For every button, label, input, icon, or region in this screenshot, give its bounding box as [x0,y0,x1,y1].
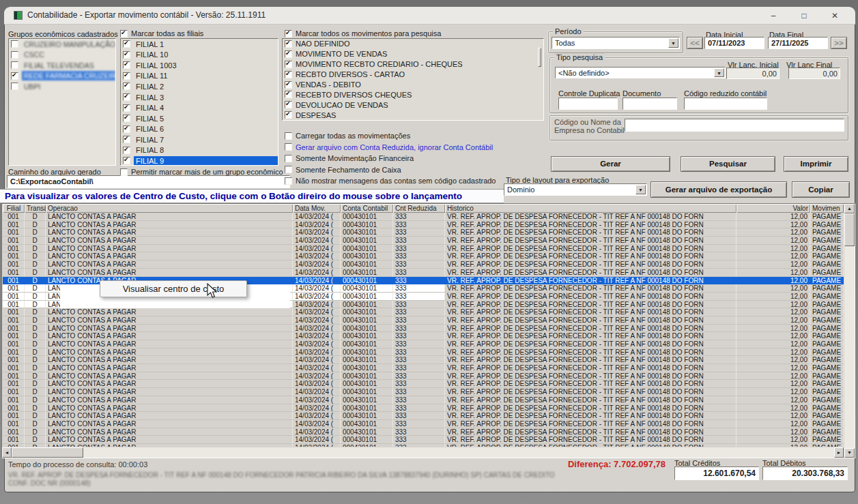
table-cell[interactable]: 14/03/2024 ( [293,412,341,420]
table-cell[interactable]: 333 [393,412,445,420]
table-cell[interactable]: 12,00 [737,412,810,420]
movimento-list-item[interactable]: VENDAS - DEBITO [283,80,543,90]
table-cell[interactable]: 12,00 [737,325,810,333]
table-cell[interactable]: 001 [3,420,25,428]
table-cell[interactable]: 12,00 [737,277,810,285]
table-row[interactable]: 001DLANCTO CONTAS A PAGAR14/03/2024 (000… [2,349,844,357]
table-row[interactable]: 001DLANCTO CONTAS A PAGAR14/03/2024 (000… [2,372,844,381]
filial-list-item[interactable]: FILIAL 8 [121,145,278,155]
table-cell[interactable]: 333 [393,277,445,285]
table-cell[interactable]: D [25,316,46,325]
option-checkbox[interactable] [285,143,292,151]
table-cell[interactable]: VR. REF. APROP. DE DESPESA FORNECEDOR - … [445,444,737,447]
table-cell[interactable]: 14/03/2024 ( [293,261,341,269]
table-cell[interactable]: LANCTO CONTAS A PAGAR [46,380,293,388]
table-cell[interactable]: VR. REF. APROP. DE DESPESA FORNECEDOR - … [445,237,737,245]
group-item-checkbox[interactable] [11,40,18,48]
table-row[interactable]: 001DLANCTO CONTAS A PAGAR14/03/2024 (000… [2,237,844,245]
table-row[interactable]: 001DLANCTO CONTAS A PAGAR14/03/2024 (000… [2,356,844,364]
table-cell[interactable]: 333 [393,356,445,364]
table-cell[interactable]: 333 [393,364,445,372]
table-cell[interactable]: VR. REF. APROP. DE DESPESA FORNECEDOR - … [445,388,737,396]
table-cell[interactable]: 12,00 [737,340,810,349]
group-list-item[interactable]: UBPI [9,81,115,92]
table-cell[interactable]: 14/03/2024 ( [293,277,341,285]
group-item-checkbox[interactable] [11,72,18,80]
periodo-select[interactable]: Todas ▼ [552,37,680,49]
table-header-cell[interactable]: Filial [3,204,25,213]
table-cell[interactable]: 333 [393,261,445,269]
table-cell[interactable]: 12,00 [737,436,810,444]
table-cell[interactable]: 14/03/2024 ( [293,380,341,388]
filiais-master-checkbox[interactable] [120,30,128,38]
table-cell[interactable]: 14/03/2024 ( [293,340,341,349]
table-cell[interactable]: D [25,388,46,396]
table-cell[interactable]: 333 [393,301,445,309]
movimento-item-checkbox[interactable] [285,91,292,98]
table-cell[interactable]: 12,00 [737,356,810,364]
table-cell[interactable]: PAGAME [810,228,844,237]
table-cell[interactable]: 12,00 [737,252,810,261]
table-cell[interactable]: 333 [393,340,445,349]
table-cell[interactable]: D [25,308,46,316]
table-row[interactable]: 001DLANCTO CONTAS A PAGAR14/03/2024 (000… [2,325,844,333]
table-cell[interactable]: D [25,396,46,404]
table-cell[interactable]: D [25,356,46,364]
table-cell[interactable]: 12,00 [737,221,810,229]
table-cell[interactable]: 14/03/2024 ( [293,245,341,253]
table-row[interactable]: 001DLANCTO CONTAS A PAGAR14/03/2024 (000… [2,364,844,372]
minimize-button[interactable]: – [763,9,784,23]
table-cell[interactable]: LANCTO CONTAS A PAGAR [46,213,293,221]
filial-list-item[interactable]: FILIAL 2 [121,81,278,92]
table-cell[interactable]: 000430101 [341,349,393,357]
table-row[interactable]: 001DLANCTO CONTAS A PAGAR14/03/2024 (000… [2,420,844,428]
table-cell[interactable]: D [25,412,46,420]
table-cell[interactable]: 001 [3,325,25,333]
filial-list-item[interactable]: FILIAL 3 [121,92,278,103]
table-cell[interactable]: 001 [3,269,25,277]
table-row[interactable]: 001DLANCTO CONTAS A PAGAR14/03/2024 (000… [2,269,844,277]
table-cell[interactable]: 001 [3,237,25,245]
table-cell[interactable]: PAGAME [810,245,844,253]
table-cell[interactable]: 001 [3,332,25,340]
movimento-item-checkbox[interactable] [285,50,292,58]
table-cell[interactable]: 000430101 [341,213,393,221]
table-cell[interactable]: 12,00 [737,420,810,428]
gerar-button[interactable]: Gerar [551,156,670,172]
table-header-cell[interactable]: Movimen [810,204,844,213]
table-cell[interactable]: PAGAME [810,332,844,340]
table-row[interactable]: 001DLANCTO CONTAS A PAGAR14/03/2024 (000… [2,396,844,404]
gerar-arquivo-exportacao-button[interactable]: Gerar arquivo de exportação [650,181,787,198]
table-cell[interactable]: D [25,245,46,253]
table-cell[interactable]: 12,00 [737,284,810,293]
table-cell[interactable]: 001 [3,444,25,447]
option-checkbox-row[interactable]: Somente Movimentação Financeira [285,153,496,163]
option-checkbox[interactable] [285,166,292,173]
vlr-inicial-field[interactable]: 0,00 [726,68,780,79]
table-cell[interactable]: 001 [3,308,25,316]
movimentos-scrollbar[interactable] [538,48,541,67]
table-cell[interactable]: 14/03/2024 ( [293,213,341,221]
filial-item-checkbox[interactable] [123,104,130,112]
table-cell[interactable]: 14/03/2024 ( [293,420,341,428]
table-cell[interactable]: PAGAME [810,269,844,277]
table-cell[interactable]: 000430101 [341,436,393,444]
table-cell[interactable]: 14/03/2024 ( [293,284,341,293]
table-cell[interactable]: VR. REF. APROP. DE DESPESA FORNECEDOR - … [445,349,737,357]
table-cell[interactable]: PAGAME [810,356,844,364]
table-row[interactable]: 001DLANCTO CONTAS A PAGAR14/03/2024 (000… [2,245,844,253]
table-cell[interactable]: 333 [393,436,445,444]
table-cell[interactable]: 12,00 [737,245,810,253]
table-cell[interactable]: 001 [3,396,25,404]
table-row[interactable]: 001DLANCTO CONTAS A PAGAR14/03/2024 (000… [2,444,844,447]
table-cell[interactable]: 000430101 [341,252,393,261]
filial-list-item[interactable]: FILIAL 1003 [121,60,278,71]
table-cell[interactable]: 000430101 [341,412,393,420]
filial-item-checkbox[interactable] [123,115,130,122]
table-cell[interactable]: LANCTO CONTAS A PAGAR [46,340,293,349]
table-cell[interactable]: 000430101 [341,396,393,404]
table-cell[interactable]: LANCTO CONTAS A PAGAR [46,388,293,396]
table-cell[interactable]: VR. REF. APROP. DE DESPESA FORNECEDOR - … [445,277,737,285]
groups-list[interactable]: CRUZEIRO MANIPULAÇÃOCSCCFILIAL TELEVENDA… [8,38,116,166]
permit-checkbox-row[interactable]: Permitir marcar mais de um grupo econômi… [120,168,283,176]
